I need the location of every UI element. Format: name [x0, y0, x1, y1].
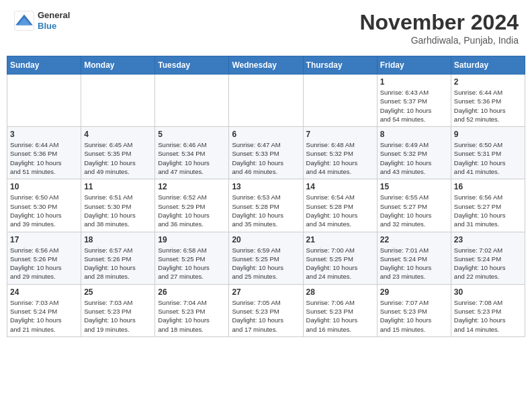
weekday-header: Tuesday [155, 56, 229, 75]
calendar-table: SundayMondayTuesdayWednesdayThursdayFrid… [7, 56, 525, 337]
day-info: Sunrise: 6:48 AM Sunset: 5:32 PM Dayligh… [306, 140, 374, 176]
day-number: 30 [454, 287, 522, 297]
day-number: 27 [232, 287, 300, 297]
calendar-week-row: 3Sunrise: 6:44 AM Sunset: 5:36 PM Daylig… [7, 127, 525, 179]
day-info: Sunrise: 6:56 AM Sunset: 5:26 PM Dayligh… [10, 246, 78, 281]
day-info: Sunrise: 6:58 AM Sunset: 5:25 PM Dayligh… [158, 246, 226, 281]
calendar-cell: 21Sunrise: 7:00 AM Sunset: 5:25 PM Dayli… [303, 232, 377, 284]
day-info: Sunrise: 6:56 AM Sunset: 5:27 PM Dayligh… [454, 193, 522, 228]
day-number: 23 [454, 235, 522, 244]
calendar-cell: 23Sunrise: 7:02 AM Sunset: 5:24 PM Dayli… [451, 232, 525, 284]
calendar-week-row: 10Sunrise: 6:50 AM Sunset: 5:30 PM Dayli… [7, 179, 525, 232]
day-info: Sunrise: 6:52 AM Sunset: 5:29 PM Dayligh… [158, 193, 226, 228]
day-number: 21 [306, 235, 374, 244]
calendar-header-row: SundayMondayTuesdayWednesdayThursdayFrid… [7, 56, 525, 75]
day-number: 29 [380, 287, 448, 297]
calendar-cell: 1Sunrise: 6:43 AM Sunset: 5:37 PM Daylig… [377, 75, 451, 127]
day-info: Sunrise: 6:57 AM Sunset: 5:26 PM Dayligh… [84, 246, 152, 281]
day-info: Sunrise: 6:51 AM Sunset: 5:30 PM Dayligh… [84, 193, 152, 228]
calendar-cell: 17Sunrise: 6:56 AM Sunset: 5:26 PM Dayli… [7, 232, 81, 284]
calendar-cell: 2Sunrise: 6:44 AM Sunset: 5:36 PM Daylig… [451, 75, 525, 127]
title-block: November 2024 Garhdiwala, Punjab, India [359, 10, 519, 46]
calendar-cell: 20Sunrise: 6:59 AM Sunset: 5:25 PM Dayli… [229, 232, 303, 284]
day-number: 19 [158, 235, 226, 244]
calendar-cell: 24Sunrise: 7:03 AM Sunset: 5:24 PM Dayli… [7, 284, 81, 336]
day-info: Sunrise: 6:44 AM Sunset: 5:36 PM Dayligh… [454, 88, 522, 124]
calendar-cell: 8Sunrise: 6:49 AM Sunset: 5:32 PM Daylig… [377, 127, 451, 179]
day-number: 24 [10, 287, 78, 297]
day-number: 10 [10, 182, 78, 191]
calendar-cell: 13Sunrise: 6:53 AM Sunset: 5:28 PM Dayli… [229, 179, 303, 232]
location: Garhdiwala, Punjab, India [359, 35, 519, 46]
day-number: 3 [10, 130, 78, 139]
day-info: Sunrise: 6:46 AM Sunset: 5:34 PM Dayligh… [158, 140, 226, 176]
calendar-cell [229, 75, 303, 127]
day-number: 25 [84, 287, 152, 297]
calendar-cell: 16Sunrise: 6:56 AM Sunset: 5:27 PM Dayli… [451, 179, 525, 232]
day-number: 4 [84, 130, 152, 139]
calendar-cell: 12Sunrise: 6:52 AM Sunset: 5:29 PM Dayli… [155, 179, 229, 232]
day-info: Sunrise: 7:01 AM Sunset: 5:24 PM Dayligh… [380, 246, 448, 281]
day-number: 14 [306, 182, 374, 191]
calendar-cell: 29Sunrise: 7:07 AM Sunset: 5:23 PM Dayli… [377, 284, 451, 336]
weekday-header: Thursday [303, 56, 377, 75]
day-number: 20 [232, 235, 300, 244]
day-number: 13 [232, 182, 300, 191]
calendar-cell: 6Sunrise: 6:47 AM Sunset: 5:33 PM Daylig… [229, 127, 303, 179]
day-number: 18 [84, 235, 152, 244]
calendar-cell: 9Sunrise: 6:50 AM Sunset: 5:31 PM Daylig… [451, 127, 525, 179]
day-info: Sunrise: 7:02 AM Sunset: 5:24 PM Dayligh… [454, 246, 522, 281]
calendar-cell [7, 75, 81, 127]
day-number: 8 [380, 130, 448, 139]
calendar-cell: 10Sunrise: 6:50 AM Sunset: 5:30 PM Dayli… [7, 179, 81, 232]
page-header: General Blue November 2024 Garhdiwala, P… [7, 7, 525, 49]
weekday-header: Friday [377, 56, 451, 75]
calendar-cell [81, 75, 155, 127]
calendar-week-row: 17Sunrise: 6:56 AM Sunset: 5:26 PM Dayli… [7, 232, 525, 284]
logo-text: General Blue [38, 10, 70, 31]
day-info: Sunrise: 7:06 AM Sunset: 5:23 PM Dayligh… [306, 298, 374, 334]
day-number: 22 [380, 235, 448, 244]
calendar-cell: 7Sunrise: 6:48 AM Sunset: 5:32 PM Daylig… [303, 127, 377, 179]
calendar-cell [155, 75, 229, 127]
calendar-cell: 27Sunrise: 7:05 AM Sunset: 5:23 PM Dayli… [229, 284, 303, 336]
day-info: Sunrise: 7:00 AM Sunset: 5:25 PM Dayligh… [306, 246, 374, 281]
logo-general: General [38, 10, 70, 21]
day-number: 9 [454, 130, 522, 139]
month-title: November 2024 [359, 10, 519, 35]
calendar-cell: 26Sunrise: 7:04 AM Sunset: 5:23 PM Dayli… [155, 284, 229, 336]
day-info: Sunrise: 7:07 AM Sunset: 5:23 PM Dayligh… [380, 298, 448, 334]
day-number: 15 [380, 182, 448, 191]
day-info: Sunrise: 7:03 AM Sunset: 5:24 PM Dayligh… [10, 298, 78, 334]
logo-icon [13, 10, 35, 32]
day-info: Sunrise: 7:03 AM Sunset: 5:23 PM Dayligh… [84, 298, 152, 334]
weekday-header: Monday [81, 56, 155, 75]
day-number: 1 [380, 77, 448, 87]
day-info: Sunrise: 6:49 AM Sunset: 5:32 PM Dayligh… [380, 140, 448, 176]
logo-blue: Blue [38, 21, 70, 32]
calendar-cell: 5Sunrise: 6:46 AM Sunset: 5:34 PM Daylig… [155, 127, 229, 179]
day-info: Sunrise: 6:44 AM Sunset: 5:36 PM Dayligh… [10, 140, 78, 176]
day-number: 11 [84, 182, 152, 191]
calendar-cell: 14Sunrise: 6:54 AM Sunset: 5:28 PM Dayli… [303, 179, 377, 232]
day-info: Sunrise: 7:04 AM Sunset: 5:23 PM Dayligh… [158, 298, 226, 334]
calendar-cell: 4Sunrise: 6:45 AM Sunset: 5:35 PM Daylig… [81, 127, 155, 179]
calendar-cell: 18Sunrise: 6:57 AM Sunset: 5:26 PM Dayli… [81, 232, 155, 284]
day-number: 28 [306, 287, 374, 297]
calendar-cell: 19Sunrise: 6:58 AM Sunset: 5:25 PM Dayli… [155, 232, 229, 284]
day-number: 2 [454, 77, 522, 87]
day-info: Sunrise: 6:53 AM Sunset: 5:28 PM Dayligh… [232, 193, 300, 228]
weekday-header: Saturday [451, 56, 525, 75]
weekday-header: Sunday [7, 56, 81, 75]
day-info: Sunrise: 6:59 AM Sunset: 5:25 PM Dayligh… [232, 246, 300, 281]
day-info: Sunrise: 6:54 AM Sunset: 5:28 PM Dayligh… [306, 193, 374, 228]
calendar-cell: 3Sunrise: 6:44 AM Sunset: 5:36 PM Daylig… [7, 127, 81, 179]
calendar-cell: 11Sunrise: 6:51 AM Sunset: 5:30 PM Dayli… [81, 179, 155, 232]
calendar-cell: 22Sunrise: 7:01 AM Sunset: 5:24 PM Dayli… [377, 232, 451, 284]
day-info: Sunrise: 6:47 AM Sunset: 5:33 PM Dayligh… [232, 140, 300, 176]
day-number: 7 [306, 130, 374, 139]
day-number: 16 [454, 182, 522, 191]
day-info: Sunrise: 6:50 AM Sunset: 5:31 PM Dayligh… [454, 140, 522, 176]
day-info: Sunrise: 7:05 AM Sunset: 5:23 PM Dayligh… [232, 298, 300, 334]
day-number: 17 [10, 235, 78, 244]
